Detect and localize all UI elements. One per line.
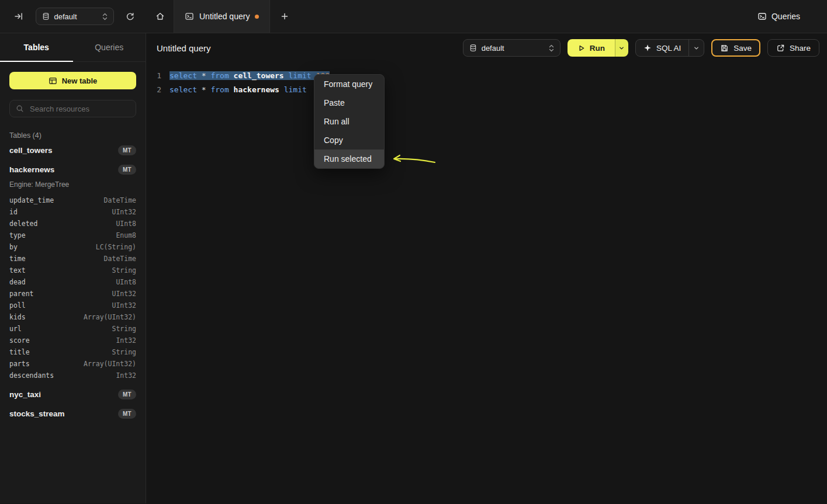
- column-name: poll: [9, 301, 26, 310]
- column-name: type: [9, 231, 26, 239]
- context-menu-item[interactable]: Copy: [314, 131, 384, 150]
- context-menu-item[interactable]: Run all: [314, 112, 384, 131]
- column-row[interactable]: parts Array(UInt32): [9, 358, 136, 370]
- query-title: Untitled query: [157, 43, 211, 53]
- search-icon: [16, 105, 24, 113]
- sql-ai-dropdown-button[interactable]: [688, 40, 704, 56]
- sidebar-tab[interactable]: Tables: [0, 33, 73, 61]
- column-row[interactable]: deleted UInt8: [9, 218, 136, 230]
- column-row[interactable]: id UInt32: [9, 206, 136, 218]
- code-token: [197, 85, 202, 94]
- column-row[interactable]: title String: [9, 346, 136, 358]
- column-name: time: [9, 255, 26, 263]
- code-token: hackernews: [234, 85, 279, 94]
- engine-badge: MT: [118, 390, 136, 399]
- context-menu-item[interactable]: Paste: [314, 93, 384, 112]
- column-type: UInt32: [112, 301, 136, 310]
- sparkle-icon: [643, 44, 652, 52]
- table-row-stocks-stream[interactable]: stocks_stream MT: [9, 404, 136, 423]
- column-row[interactable]: time DateTime: [9, 253, 136, 265]
- new-table-button[interactable]: New table: [9, 72, 136, 89]
- collapse-sidebar-icon[interactable]: [14, 12, 23, 21]
- code-token: select: [169, 71, 197, 80]
- column-row[interactable]: poll UInt32: [9, 300, 136, 311]
- search-input[interactable]: [29, 104, 130, 114]
- column-name: kids: [9, 313, 26, 321]
- unsaved-changes-dot: [255, 15, 259, 19]
- column-row[interactable]: update_time DateTime: [9, 194, 136, 206]
- chevron-down-icon: [693, 45, 700, 51]
- column-type: String: [112, 325, 136, 333]
- table-row-cell-towers[interactable]: cell_towers MT: [9, 141, 136, 160]
- column-type: Array(UInt32): [84, 360, 136, 368]
- column-row[interactable]: by LC(String): [9, 241, 136, 253]
- column-type: Int32: [116, 336, 136, 345]
- code-token: limit: [284, 85, 307, 94]
- new-tab-button[interactable]: [270, 0, 299, 33]
- queries-icon: [757, 12, 767, 21]
- code-content: select * from hackernews limit: [169, 85, 312, 94]
- code-token: [197, 71, 202, 80]
- app-shell: Tables Queries New table Tables (4) cell…: [0, 33, 827, 503]
- context-menu-item[interactable]: Format query: [314, 75, 384, 93]
- column-name: parent: [9, 290, 34, 298]
- table-row-hackernews[interactable]: hackernews MT: [9, 160, 136, 179]
- column-row[interactable]: text String: [9, 265, 136, 276]
- sidebar-tab-label: Tables: [24, 43, 49, 52]
- share-button[interactable]: Share: [767, 39, 819, 57]
- engine-label: Engine: MergeTree: [9, 180, 136, 189]
- query-database-selector[interactable]: default: [463, 39, 560, 57]
- refresh-icon[interactable]: [126, 12, 134, 21]
- code-token: [279, 85, 284, 94]
- new-table-label: New table: [62, 77, 98, 85]
- code-content: select * from cell_towers limit 100: [169, 71, 330, 80]
- code-token: [229, 71, 234, 80]
- column-row[interactable]: type Enum8: [9, 230, 136, 241]
- column-type: UInt8: [116, 220, 136, 228]
- main-panel: Untitled query default Run: [146, 33, 827, 503]
- column-row[interactable]: kids Array(UInt32): [9, 311, 136, 323]
- column-name: update_time: [9, 196, 54, 204]
- query-tab-icon: [185, 12, 194, 21]
- code-token: select: [169, 85, 197, 94]
- save-button[interactable]: Save: [711, 39, 760, 57]
- context-menu-item-label: Run all: [324, 117, 350, 126]
- sidebar-tabs: Tables Queries: [0, 33, 146, 62]
- context-menu: Format query Paste Run all Copy Run sele…: [314, 74, 385, 169]
- hackernews-columns: update_time DateTime id UInt32 deleted U…: [9, 194, 136, 381]
- column-name: descendants: [9, 371, 54, 380]
- queries-button[interactable]: Queries: [754, 11, 804, 22]
- sql-ai-button[interactable]: SQL AI: [636, 40, 688, 56]
- code-token: [307, 85, 312, 94]
- run-button-label: Run: [590, 44, 605, 53]
- code-token: *: [202, 71, 206, 80]
- database-icon: [469, 44, 477, 52]
- column-row[interactable]: url String: [9, 323, 136, 335]
- run-button[interactable]: Run: [568, 39, 615, 57]
- topbar-database-value: default: [54, 12, 77, 21]
- sql-editor[interactable]: 1select * from cell_towers limit 100 2se…: [146, 62, 827, 503]
- column-row[interactable]: descendants Int32: [9, 370, 136, 381]
- table-name: hackernews: [9, 165, 54, 174]
- sidebar-tab[interactable]: Queries: [73, 33, 146, 61]
- column-row[interactable]: score Int32: [9, 335, 136, 346]
- code-token: [229, 85, 234, 94]
- column-name: parts: [9, 360, 30, 368]
- column-name: dead: [9, 278, 26, 286]
- column-type: UInt8: [116, 278, 136, 286]
- context-menu-item[interactable]: Run selected: [314, 150, 384, 168]
- table-row-nyc-taxi[interactable]: nyc_taxi MT: [9, 385, 136, 404]
- context-menu-item-label: Format query: [324, 79, 372, 89]
- tab-untitled-query[interactable]: Untitled query: [174, 0, 270, 33]
- run-options-button[interactable]: [615, 39, 628, 57]
- line-number: 1: [146, 71, 161, 80]
- topbar-database-selector[interactable]: default: [36, 8, 114, 25]
- home-tab[interactable]: [146, 0, 174, 33]
- engine-badge: MT: [118, 165, 136, 175]
- code-token: [284, 71, 289, 80]
- code-token: cell_towers: [234, 71, 284, 80]
- column-row[interactable]: parent UInt32: [9, 288, 136, 300]
- run-button-group: Run: [568, 39, 628, 57]
- context-menu-item-label: Copy: [324, 135, 343, 145]
- column-row[interactable]: dead UInt8: [9, 276, 136, 288]
